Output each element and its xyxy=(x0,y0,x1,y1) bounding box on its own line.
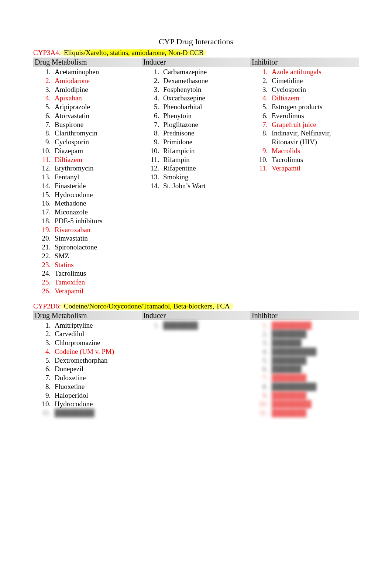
list-item: Prednisone xyxy=(161,129,250,138)
list-item: Duloxetine xyxy=(52,373,142,382)
column-inducer: Inducer███████ xyxy=(142,311,250,417)
drug-list: Azole antifungalsCimetidineCyclosporinDi… xyxy=(250,68,359,173)
list-item: Rivaroxaban xyxy=(52,225,142,234)
drug-list: AmitriptylineCarvedilolChlorpromazineCod… xyxy=(33,321,142,417)
list-item: Amlodipine xyxy=(52,85,142,94)
list-item: Rifampin xyxy=(161,155,250,164)
list-item: Verapamil xyxy=(52,287,142,296)
list-item: Aripiprazole xyxy=(52,103,142,111)
list-item: Tamoxifen xyxy=(52,278,142,287)
column-inducer: InducerCarbamazepineDexamethasoneFosphen… xyxy=(142,58,250,296)
list-item: Diltiazem xyxy=(52,155,142,164)
list-item: Donepezil xyxy=(52,365,142,373)
list-item: Clarithromycin xyxy=(52,129,142,138)
list-item: Statins xyxy=(52,261,142,269)
list-item: Acetaminophen xyxy=(52,68,142,76)
list-item: Dextromethorphan xyxy=(52,356,142,365)
list-item: Primidone xyxy=(161,138,250,146)
list-item: Carbamazepine xyxy=(161,68,250,76)
list-item: Dexamethasone xyxy=(161,76,250,85)
list-item: Atorvastatin xyxy=(52,111,142,120)
list-item: ██████ xyxy=(269,365,359,373)
list-item: Macrolids xyxy=(269,146,359,155)
list-item: Cyclosporin xyxy=(269,85,359,94)
list-item: Diazepam xyxy=(52,146,142,155)
list-item: ███████ xyxy=(269,356,359,365)
list-item: Carvedilol xyxy=(52,330,142,338)
column-header: Inducer xyxy=(142,311,250,320)
enzyme-name: CYP3A4: xyxy=(33,49,61,57)
list-item: Tacrolimus xyxy=(269,155,359,164)
list-item: Finasteride xyxy=(52,182,142,190)
list-item: Cyclosporin xyxy=(52,138,142,146)
list-item: Fentanyl xyxy=(52,173,142,182)
list-item: ███████ xyxy=(269,408,359,417)
list-item: Indinavir, Nelfinavir, Ritonavir (HIV) xyxy=(269,129,359,146)
list-item: SMZ xyxy=(52,252,142,261)
list-item: Buspirone xyxy=(52,120,142,129)
section-label: CYP2D6:Codeine/Norco/Oxycodone/Tramadol,… xyxy=(33,302,359,310)
list-item: ████████ xyxy=(52,408,142,417)
list-item: ███████ xyxy=(269,391,359,400)
list-item: Haloperidol xyxy=(52,391,142,400)
list-item: Chlorpromazine xyxy=(52,338,142,347)
list-item: ███████ xyxy=(269,373,359,382)
list-item: Estrogen products xyxy=(269,103,359,111)
list-item: PDE-5 inhibitors xyxy=(52,217,142,225)
list-item: Fosphenytoin xyxy=(161,85,250,94)
drug-list: ███████ xyxy=(142,321,250,330)
list-item: Codeine (UM v. PM) xyxy=(52,347,142,356)
list-item: Rifampicin xyxy=(161,146,250,155)
list-item: ██████ xyxy=(269,338,359,347)
enzyme-summary: Eliquis/Xarelto, statins, amiodarone, No… xyxy=(61,49,206,57)
list-item: Methadone xyxy=(52,199,142,208)
column-header: Inducer xyxy=(142,58,250,67)
page-title: CYP Drug Interactions xyxy=(33,37,359,46)
list-item: Hydrocodone xyxy=(52,400,142,408)
list-item: Spironolactone xyxy=(52,243,142,252)
list-item: ███████ xyxy=(161,321,250,330)
list-item: Tacrolimus xyxy=(52,269,142,278)
list-item: Apixaban xyxy=(52,94,142,103)
list-item: Miconazole xyxy=(52,208,142,217)
column-header: Drug Metabolism xyxy=(33,311,142,320)
section-label: CYP3A4:Eliquis/Xarelto, statins, amiodar… xyxy=(33,49,359,57)
drug-list: AcetaminophenAmiodaroneAmlodipineApixaba… xyxy=(33,68,142,296)
list-item: Hydrocodone xyxy=(52,190,142,199)
list-item: ████████ xyxy=(269,321,359,330)
column-header: Inhibitor xyxy=(250,58,359,67)
column-header: Inhibitor xyxy=(250,311,359,320)
list-item: ███████ xyxy=(269,330,359,338)
column-header: Drug Metabolism xyxy=(33,58,142,67)
column-metabolism: Drug MetabolismAmitriptylineCarvedilolCh… xyxy=(33,311,142,417)
list-item: Azole antifungals xyxy=(269,68,359,76)
list-item: Amitriptyline xyxy=(52,321,142,330)
list-item: Grapefruit juice xyxy=(269,120,359,129)
list-item: Rifapentine xyxy=(161,164,250,173)
list-item: Pioglitazone xyxy=(161,120,250,129)
enzyme-name: CYP2D6: xyxy=(33,302,61,310)
list-item: Erythromycin xyxy=(52,164,142,173)
list-item: █████████ xyxy=(269,347,359,356)
list-item: Smoking xyxy=(161,173,250,182)
list-item: Amiodarone xyxy=(52,76,142,85)
list-item: Simvastatin xyxy=(52,234,142,243)
column-inhibitor: Inhibitor███████████████████████████████… xyxy=(250,311,359,417)
list-item: Phenytoin xyxy=(161,111,250,120)
list-item: ████████ xyxy=(269,400,359,408)
list-item: Everolimus xyxy=(269,111,359,120)
list-item: Diltiazem xyxy=(269,94,359,103)
list-item: █████████ xyxy=(269,382,359,391)
list-item: Cimetidine xyxy=(269,76,359,85)
list-item: Fluoxetine xyxy=(52,382,142,391)
drug-list: CarbamazepineDexamethasoneFosphenytoinOx… xyxy=(142,68,250,190)
column-metabolism: Drug MetabolismAcetaminophenAmiodaroneAm… xyxy=(33,58,142,296)
column-inhibitor: InhibitorAzole antifungalsCimetidineCycl… xyxy=(250,58,359,296)
list-item: Oxcarbazepine xyxy=(161,94,250,103)
list-item: St. John’s Wart xyxy=(161,182,250,190)
drug-list: ████████████████████████████████████████… xyxy=(250,321,359,417)
enzyme-summary: Codeine/Norco/Oxycodone/Tramadol, Beta-b… xyxy=(61,302,233,310)
list-item: Phenobarbital xyxy=(161,103,250,111)
list-item: Verapamil xyxy=(269,164,359,173)
